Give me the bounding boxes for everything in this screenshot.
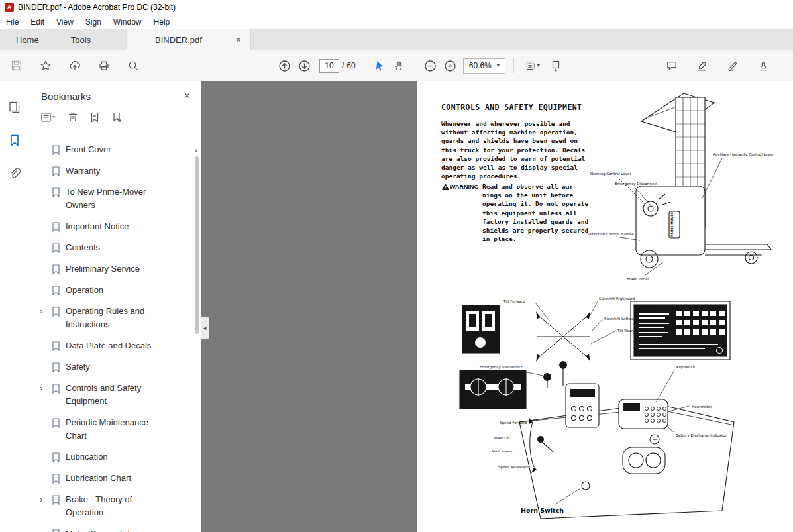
warning-label: ! WARNING [442, 184, 479, 191]
bookmark-item-operating-rules[interactable]: ›Operating Rules and Instructions [29, 301, 201, 335]
hand-tool-icon [394, 60, 405, 72]
comment-button[interactable] [662, 56, 682, 76]
scroll-mode-icon [550, 60, 562, 72]
window-title: BINDER.pdf - Adobe Acrobat Pro DC (32-bi… [18, 3, 176, 12]
bookmark-item-brake-theory[interactable]: ›Brake - Theory of Operation [29, 489, 201, 523]
next-page-button[interactable] [294, 56, 314, 76]
save-button[interactable] [7, 56, 26, 76]
print-icon [98, 60, 110, 72]
bookmark-item-contents[interactable]: Contents [29, 237, 201, 258]
tab-document[interactable]: BINDER.pdf × [127, 29, 251, 50]
new-bookmark-button[interactable] [89, 111, 101, 126]
console-label-speed-forward: Speed Forward [500, 421, 527, 425]
delete-bookmark-button[interactable] [67, 111, 79, 126]
bookmark-item-lubrication-chart[interactable]: Lubrication Chart [29, 468, 201, 489]
hand-tool-button[interactable] [390, 56, 409, 76]
chevron-right-icon[interactable]: › [40, 382, 51, 395]
bookmark-item-data-plate-decals[interactable]: Data Plate and Decals [29, 335, 201, 356]
stamp-button[interactable] [753, 56, 773, 76]
highlight-icon [696, 60, 708, 72]
bookmark-item-warranty[interactable]: Warranty [29, 160, 201, 182]
page-number-input[interactable]: 10 [319, 59, 339, 73]
favorite-button[interactable] [36, 56, 56, 76]
page-layout-button[interactable]: ▾ [519, 56, 546, 76]
console-label-sideshift-rightward: Sideshift Rightward [599, 297, 635, 301]
bookmark-item-preliminary-service[interactable]: Preliminary Service [29, 258, 201, 280]
console-head-brand: PRIME-MOVER [570, 390, 588, 394]
menu-help[interactable]: Help [148, 15, 176, 29]
bookmark-label: To New Prime-Mover Owners [66, 186, 165, 212]
select-tool-button[interactable] [370, 56, 390, 76]
search-icon [127, 60, 139, 72]
bookmark-icon [51, 221, 61, 233]
console-label-keyswitch: Keyswitch [676, 365, 695, 370]
zoom-out-button[interactable] [421, 56, 441, 76]
bookmark-icon [51, 341, 61, 352]
tab-home[interactable]: Home [0, 29, 55, 50]
tab-close-icon[interactable]: × [236, 34, 241, 45]
comment-icon [666, 60, 678, 72]
scroll-mode-button[interactable] [546, 56, 566, 76]
main-toolbar: 10 / 60 60.6% ▾ ▾ [0, 50, 793, 81]
bookmark-item-important-notice[interactable]: Important Notice [29, 216, 201, 237]
star-icon [40, 60, 52, 72]
bookmark-item-periodic-maintenance-chart[interactable]: Periodic Maintenance Chart [29, 412, 201, 447]
bookmark-item-operation[interactable]: Operation [29, 280, 201, 301]
bookmark-label: Operation [66, 284, 103, 297]
goto-bookmark-button[interactable] [111, 111, 123, 126]
panel-collapse-handle[interactable]: ◂ [201, 317, 209, 339]
find-button[interactable] [123, 56, 143, 76]
previous-page-button[interactable] [274, 56, 294, 76]
bookmark-icon [51, 473, 61, 484]
bookmark-item-lubrication[interactable]: Lubrication [29, 447, 201, 468]
page-heading: CONTROLS AND SAFETY EQUIPMENT [441, 103, 582, 112]
bookmark-item-controls-safety-equipment[interactable]: ›Controls and Safety Equipment [29, 378, 201, 412]
bookmark-icon [51, 306, 61, 317]
bookmark-label: Lubrication Chart [66, 472, 131, 485]
forklift-label-brake: Brake Pedal [627, 277, 649, 281]
share-button[interactable] [65, 56, 85, 76]
bookmark-options-button[interactable] [41, 112, 57, 125]
bookmark-icon [51, 285, 61, 296]
menu-edit[interactable]: Edit [25, 15, 50, 29]
print-button[interactable] [94, 56, 114, 76]
panel-scrollbar[interactable]: ▲ [193, 148, 200, 334]
bookmark-item-to-new-prime-mover-owners[interactable]: To New Prime-Mover Owners [29, 182, 201, 216]
chevron-right-icon[interactable]: › [40, 493, 51, 506]
menu-file[interactable]: File [0, 15, 25, 29]
zoom-out-icon [424, 60, 437, 72]
panel-close-icon[interactable]: × [184, 90, 190, 102]
caret-down-icon: ▾ [497, 63, 500, 68]
zoom-level-dropdown[interactable]: 60.6% ▾ [463, 58, 505, 74]
bookmarks-panel-button[interactable] [6, 132, 23, 149]
forklift-label-auxiliary: Auxiliary Hydraulic Control Lever [713, 152, 774, 157]
sign-button[interactable] [723, 56, 743, 76]
bookmark-label: Brake - Theory of Operation [66, 493, 165, 519]
bookmark-label: Preliminary Service [66, 262, 140, 276]
scrollbar-thumb[interactable] [195, 156, 199, 334]
menu-window[interactable]: Window [107, 15, 148, 29]
zoom-in-icon [444, 60, 456, 72]
bookmark-label: Front Cover [66, 143, 111, 156]
bookmark-item-safety[interactable]: Safety [29, 356, 201, 378]
attachments-panel-button[interactable] [6, 165, 23, 182]
tab-tools[interactable]: Tools [55, 29, 107, 50]
menu-sign[interactable]: Sign [79, 15, 107, 29]
bookmark-icon [51, 529, 61, 532]
zoom-in-button[interactable] [441, 56, 460, 76]
bookmark-item-motor-commutator[interactable]: Motor Commutator [29, 523, 201, 532]
chevron-right-icon[interactable]: › [40, 305, 51, 318]
forklift-label-direction: Direction Control Handle [588, 232, 634, 236]
pages-panel-button[interactable] [6, 99, 23, 116]
page-paragraph: Whenever and wherever possible and witho… [441, 119, 607, 180]
menu-view[interactable]: View [50, 15, 79, 29]
page-total: 60 [346, 61, 355, 70]
warning-word: WARNING [450, 184, 479, 190]
bookmark-label: Contents [66, 241, 100, 254]
bookmark-item-front-cover[interactable]: Front Cover [29, 139, 201, 160]
bookmark-icon [51, 144, 61, 156]
scrollbar-up-icon[interactable]: ▲ [193, 148, 200, 154]
console-label-tilt-forward: Tilt Forward [503, 299, 525, 303]
warning-triangle-icon: ! [442, 184, 449, 190]
highlight-button[interactable] [692, 56, 712, 76]
